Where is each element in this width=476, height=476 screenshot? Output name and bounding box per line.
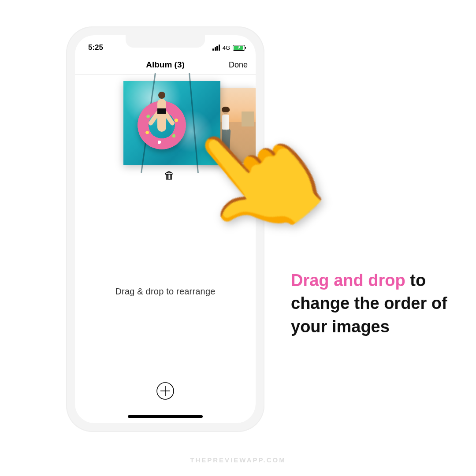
signal-icon <box>212 45 220 51</box>
instruction-caption: Drag and drop to change the order of you… <box>291 269 450 338</box>
rearrange-hint: Drag & drop to rearrange <box>75 286 256 297</box>
done-button[interactable]: Done <box>229 60 248 69</box>
watermark: THEPREVIEWAPP.COM <box>0 456 476 464</box>
network-label: 4G <box>223 45 230 51</box>
status-right: 4G ⚡︎ <box>212 45 245 51</box>
caption-highlight: Drag and drop <box>291 271 405 290</box>
battery-icon: ⚡︎ <box>233 45 245 51</box>
plus-circle-icon <box>156 382 175 400</box>
phone-notch <box>126 35 205 48</box>
nav-bar: Album (3) Done <box>75 55 256 75</box>
status-time: 5:25 <box>88 43 103 52</box>
nav-title: Album (3) <box>146 60 185 70</box>
home-indicator <box>128 415 203 418</box>
add-button[interactable] <box>156 382 175 400</box>
